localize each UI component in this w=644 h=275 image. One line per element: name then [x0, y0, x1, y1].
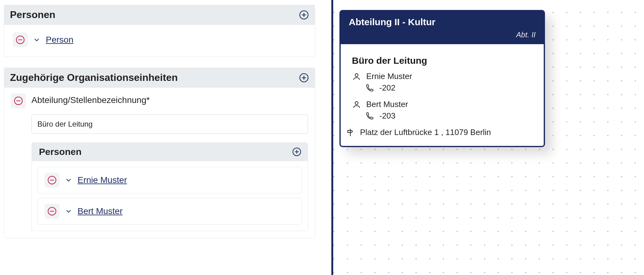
chevron-down-icon: [64, 207, 73, 215]
org-card-header: Abteilung II - Kultur Abt. II: [341, 11, 544, 44]
signpost-icon: [346, 128, 355, 137]
orgunit-name-input[interactable]: [31, 114, 308, 134]
orgunit-editor: Abteilung/Stellenbezeichnung* Personen: [4, 88, 315, 238]
add-orgunit-button[interactable]: [298, 72, 310, 83]
personen-title: Personen: [10, 9, 55, 21]
orgunits-title: Zugehörige Organisationseinheiten: [10, 72, 178, 83]
orgunit-person-row: Bert Muster: [37, 198, 302, 225]
phone-icon: [365, 111, 374, 121]
org-card-subtitle: Abt. II: [349, 30, 536, 39]
org-card-phone: -202: [365, 83, 533, 93]
remove-person-button[interactable]: [13, 32, 28, 47]
svg-point-17: [355, 73, 358, 76]
expand-orgunit-person-toggle[interactable]: [64, 207, 73, 215]
orgunit-field-label: Abteilung/Stellenbezeichnung*: [31, 93, 150, 105]
personen-section: Personen: [4, 5, 315, 57]
expand-person-toggle[interactable]: [33, 36, 41, 44]
remove-orgunit-person-button[interactable]: [45, 204, 59, 219]
orgunit-person-link[interactable]: Bert Muster: [78, 206, 123, 216]
expand-orgunit-person-toggle[interactable]: [64, 176, 73, 184]
org-card-phone-number: -202: [379, 83, 395, 93]
org-card-person-name: Ernie Muster: [366, 72, 412, 81]
person-icon: [352, 100, 361, 109]
plus-circle-icon: [299, 73, 309, 83]
remove-orgunit-button[interactable]: [11, 93, 26, 108]
org-card-phone-number: -203: [379, 111, 395, 121]
personen-header: Personen: [4, 5, 315, 25]
org-card-title: Abteilung II - Kultur: [349, 17, 536, 27]
person-icon: [352, 72, 361, 81]
minus-circle-icon: [47, 207, 57, 216]
org-card-address: Platz der Luftbrücke 1 , 11079 Berlin: [346, 128, 533, 137]
minus-circle-icon: [47, 175, 57, 185]
add-orgunit-person-button[interactable]: [291, 146, 302, 157]
orgunit-personen-section: Personen: [31, 142, 308, 231]
form-panel: Personen: [4, 5, 315, 249]
phone-icon: [365, 83, 374, 93]
plus-circle-icon: [292, 147, 301, 156]
orgunit-row-header: Abteilung/Stellenbezeichnung*: [11, 93, 308, 108]
minus-circle-icon: [14, 96, 23, 105]
orgunits-header: Zugehörige Organisationseinheiten: [4, 68, 315, 88]
org-card-address-text: Platz der Luftbrücke 1 , 11079 Berlin: [360, 128, 491, 137]
orgunits-section: Zugehörige Organisationseinheiten: [4, 68, 315, 238]
add-person-button[interactable]: [298, 9, 310, 21]
minus-circle-icon: [16, 35, 25, 44]
personen-body: Person: [4, 25, 315, 57]
chevron-down-icon: [64, 176, 73, 184]
personen-row: Person: [11, 30, 308, 49]
org-card[interactable]: Abteilung II - Kultur Abt. II Büro der L…: [339, 10, 545, 147]
org-card-phone: -203: [365, 111, 533, 121]
org-card-body: Büro der Leitung Ernie Muster -202: [341, 44, 544, 146]
plus-circle-icon: [299, 10, 309, 20]
tree-connector-line: [331, 0, 333, 275]
preview-panel: Abteilung II - Kultur Abt. II Büro der L…: [323, 0, 644, 275]
orgunit-personen-title: Personen: [39, 147, 82, 157]
orgunit-personen-body: Ernie Muster: [31, 161, 308, 231]
org-card-section-title: Büro der Leitung: [352, 55, 533, 66]
org-card-person: Ernie Muster: [352, 72, 533, 81]
remove-orgunit-person-button[interactable]: [45, 173, 59, 188]
orgunit-person-row: Ernie Muster: [37, 167, 302, 193]
orgunit-personen-header: Personen: [31, 142, 308, 161]
person-link[interactable]: Person: [46, 35, 73, 45]
org-card-person-name: Bert Muster: [366, 100, 408, 109]
chevron-down-icon: [33, 36, 41, 44]
svg-point-18: [355, 101, 358, 104]
org-card-person: Bert Muster: [352, 100, 533, 109]
orgunit-person-link[interactable]: Ernie Muster: [78, 175, 127, 185]
